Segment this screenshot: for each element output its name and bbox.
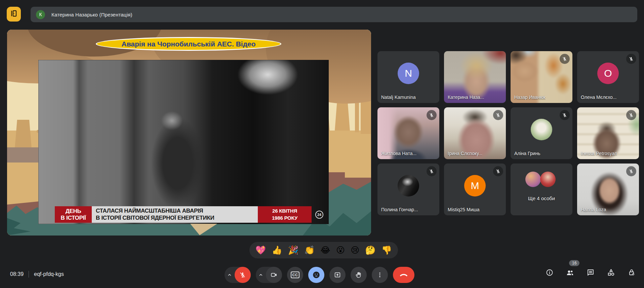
reaction-clap[interactable]: 👏 (304, 246, 315, 254)
participant-name: Аліна Гринь (514, 151, 540, 156)
clock-time: 08:39 (10, 271, 24, 277)
presentation-title: Катерина Назарько (Презентація) (51, 12, 132, 17)
participant-tile[interactable]: M Mistiq25 Миша (444, 164, 506, 215)
participant-name: Hanna Loza (581, 207, 606, 212)
participant-name: Житлова Ната... (381, 151, 416, 156)
embedded-video-player[interactable]: ДЕНЬ В ІСТОРІЇ СТАЛАСЯ НАЙМАСШТАБНІША АВ… (38, 60, 329, 224)
camera-button[interactable] (266, 267, 282, 283)
news-banner-date: 26 КВІТНЯ 1986 РОКУ (258, 206, 312, 223)
lock-icon (628, 268, 636, 277)
chevron-up-icon[interactable] (256, 267, 266, 283)
avatar: N (398, 63, 419, 84)
smiley-icon (312, 271, 321, 279)
mic-off-icon (427, 110, 437, 120)
people-button[interactable]: 16 (566, 268, 574, 277)
chevron-up-icon[interactable] (225, 267, 235, 283)
avatar (525, 172, 541, 187)
channel-24-logo: 24 (315, 211, 323, 219)
participant-tile[interactable]: О Олена Мєлєхо... (577, 51, 639, 103)
participants-count-badge: 16 (569, 260, 579, 266)
meeting-code: eqf-pfdq-kgs (34, 271, 64, 277)
end-call-button[interactable] (393, 267, 414, 283)
mic-off-icon (560, 54, 570, 64)
mic-off-icon (626, 166, 636, 176)
raise-hand-button[interactable] (351, 267, 367, 283)
reaction-laugh[interactable]: 😂 (321, 246, 330, 254)
reactions-bar: 💖 👍 🎉 👏 😂 😮 😢 🤔 👎 (249, 242, 398, 258)
avatar (398, 175, 419, 196)
divider (29, 271, 29, 278)
captions-button[interactable]: CC (287, 267, 303, 283)
participant-tile[interactable]: Ірина Слєпоку... (444, 107, 506, 159)
participant-name: Natalj Kamunina (381, 95, 416, 100)
mic-control[interactable] (225, 267, 251, 283)
mic-off-icon (560, 110, 570, 120)
reaction-thinking[interactable]: 🤔 (365, 246, 375, 254)
chat-icon (587, 268, 595, 277)
reaction-cry[interactable]: 😢 (351, 246, 359, 254)
participant-tile[interactable]: Катерина Наза... (444, 51, 506, 103)
mic-off-icon (626, 110, 636, 120)
participant-name: Inessa Petrosyan (581, 151, 617, 156)
participant-tile[interactable]: Hanna Loza (577, 164, 639, 215)
host-controls-button[interactable] (627, 268, 636, 277)
avatar: О (597, 63, 619, 84)
camera-control[interactable] (256, 267, 282, 283)
phone-down-icon (399, 271, 408, 279)
activities-icon (607, 268, 615, 277)
overflow-count-label: Ще 4 особи (511, 195, 572, 201)
participant-tile[interactable]: Аліна Гринь (511, 107, 572, 159)
panel-buttons: 16 (545, 268, 636, 277)
mic-off-button[interactable] (235, 267, 251, 283)
participant-tile[interactable]: Житлова Ната... (377, 107, 439, 159)
presenter-avatar: К (36, 10, 45, 19)
participant-name: Mistiq25 Миша (448, 207, 480, 212)
overflow-participants-tile[interactable]: Ще 4 особи (511, 164, 572, 215)
participant-tile[interactable]: Назар Иванюк (511, 51, 572, 103)
activities-button[interactable] (607, 268, 615, 277)
reaction-thumbs-up[interactable]: 👍 (272, 246, 282, 254)
participant-name: Ірина Слєпоку... (448, 151, 482, 156)
news-banner-label: ДЕНЬ В ІСТОРІЇ (55, 206, 92, 223)
presentation-title-bar: К Катерина Назарько (Презентація) (31, 7, 637, 22)
meeting-info: 08:39 eqf-pfdq-kgs (10, 271, 64, 278)
participant-tile[interactable]: Полина Гончар... (377, 164, 439, 215)
chat-button[interactable] (586, 268, 595, 277)
reactions-button[interactable] (308, 267, 324, 283)
shared-presentation-tile[interactable]: Аварія на Чорнобильській АЕС. Відео ДЕНЬ… (7, 30, 371, 236)
captions-icon: CC (291, 272, 299, 278)
participant-name: Назар Иванюк (514, 95, 546, 100)
video-footage (38, 60, 329, 224)
avatar: M (464, 175, 486, 196)
avatar (540, 172, 556, 187)
reaction-heart[interactable]: 💖 (255, 246, 266, 254)
slide-title-banner: Аварія на Чорнобильській АЕС. Відео (96, 37, 281, 51)
speech-bubble-tail (190, 224, 217, 235)
present-button[interactable] (329, 267, 346, 283)
participant-tile[interactable]: Inessa Petrosyan (577, 107, 639, 159)
mic-off-icon (626, 54, 636, 64)
reaction-thumbs-down[interactable]: 👎 (381, 246, 392, 254)
participant-name: Полина Гончар... (381, 207, 418, 212)
mic-off-icon (493, 110, 503, 120)
participant-name: Олена Мєлєхо... (581, 95, 617, 100)
mic-off-icon (493, 166, 503, 176)
participant-tile[interactable]: N Natalj Kamunina (377, 51, 439, 103)
info-icon (546, 268, 554, 277)
people-icon (566, 268, 574, 277)
meeting-details-button[interactable] (545, 268, 554, 277)
door-icon (9, 9, 18, 19)
more-options-button[interactable] (372, 267, 388, 283)
news-banner-headline: СТАЛАСЯ НАЙМАСШТАБНІША АВАРІЯ В ІСТОРІЇ … (92, 206, 258, 223)
avatar (531, 119, 552, 140)
reaction-surprised[interactable]: 😮 (336, 246, 345, 254)
participant-grid: N Natalj Kamunina Катерина Наза... Назар… (377, 51, 639, 215)
news-banner: ДЕНЬ В ІСТОРІЇ СТАЛАСЯ НАЙМАСШТАБНІША АВ… (55, 206, 312, 223)
reaction-party[interactable]: 🎉 (288, 246, 298, 254)
extension-button[interactable] (7, 7, 21, 22)
call-controls: CC (225, 267, 414, 283)
mic-off-icon (427, 166, 437, 176)
participant-name: Катерина Наза... (448, 95, 484, 100)
